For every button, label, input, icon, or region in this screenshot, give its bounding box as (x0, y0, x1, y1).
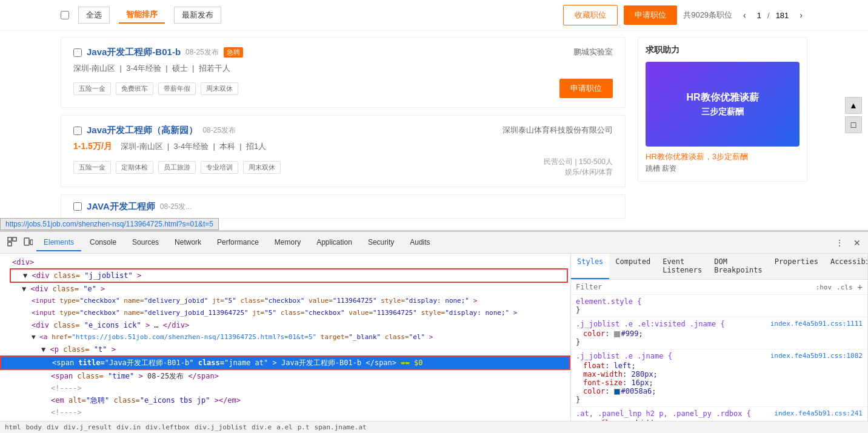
styles-filter-input[interactable] (576, 283, 811, 291)
css-prop-fontsize: font-size: 16px; (576, 378, 863, 387)
devtools-tab-elements[interactable]: Elements (36, 234, 81, 251)
devtools-tab-memory[interactable]: Memory (267, 234, 308, 251)
btn-latest[interactable]: 最新发布 (174, 7, 221, 24)
css-rule-visited-jname: .j_joblist .e .el:visited .jname { index… (571, 317, 867, 349)
job2-company[interactable]: 深圳泰山体育科技股份有限公司 (502, 125, 613, 136)
styles-tab-properties[interactable]: Properties (769, 254, 824, 279)
j2-tag-4: 周末双休 (243, 161, 281, 174)
styles-tab-accessibility[interactable]: Accessibility (824, 254, 868, 279)
dom-line-input1[interactable]: <input type="checkbox" name="delivery_jo… (0, 295, 570, 307)
devtools-tab-application[interactable]: Application (309, 234, 359, 251)
breadcrumb-span-jname[interactable]: span.jname.at (315, 423, 367, 431)
devtools-tab-security[interactable]: Security (361, 234, 401, 251)
inspect-element-btn[interactable] (5, 234, 19, 251)
styles-tab-styles[interactable]: Styles (571, 254, 609, 279)
job3-checkbox[interactable] (73, 202, 82, 211)
sidebar-link2[interactable]: 跳槽 薪资 (646, 164, 800, 174)
dom-line-div-e[interactable]: ▼ <div class= "e" > (0, 283, 570, 295)
scroll-buttons: ▲ □ (845, 97, 862, 133)
dom-line-div[interactable]: <div> (0, 256, 570, 268)
breadcrumb-div-jresult[interactable]: div.j_result (64, 423, 112, 431)
job1-apply-btn[interactable]: 申请职位 (559, 79, 613, 98)
job-card-2: Java开发工程师（高新园） 08-25发布 深圳泰山体育科技股份有限公司 1-… (61, 115, 626, 187)
apply-btn[interactable]: 申请职位 (624, 5, 677, 25)
job3-title[interactable]: JAVA开发工程师 (87, 201, 155, 213)
styles-tab-event-listeners[interactable]: Event Listeners (656, 254, 708, 279)
breadcrumb-div-jjoblist[interactable]: div.j_joblist (195, 423, 247, 431)
breadcrumb-div-leftbox[interactable]: div.leftbox (145, 423, 190, 431)
breadcrumb-div-in[interactable]: div.in (116, 423, 141, 431)
svg-rect-1 (8, 242, 12, 246)
j2-tag-1: 定期体检 (116, 161, 153, 174)
devtools-close-btn[interactable]: ✕ (851, 236, 863, 250)
breadcrumb-div-e[interactable]: div.e (252, 423, 272, 431)
select-all-checkbox[interactable] (61, 11, 69, 19)
dom-line-input2[interactable]: <input type="checkbox" name="delivery_jo… (0, 307, 570, 319)
job1-headcount: 招若干人 (199, 64, 230, 73)
css-prop-color-visited: color: #999; (576, 329, 863, 338)
devtools-tab-console[interactable]: Console (82, 234, 124, 251)
job1-company[interactable]: 鹏城实验室 (573, 47, 613, 58)
color-swatch-999[interactable] (614, 331, 620, 337)
filter-cls-btn[interactable]: .cls (836, 283, 853, 291)
dom-line-a[interactable]: ▼ <a href="https://jobs.51job.com/shenzh… (0, 331, 570, 343)
breadcrumb-a-el[interactable]: a.el (276, 423, 293, 431)
dom-line-div-icons[interactable]: <div class= "e_icons ick" > … </div> (0, 319, 570, 331)
styles-tab-dom-breakpoints[interactable]: DOM Breakpoints (708, 254, 768, 279)
breadcrumb-p-t[interactable]: p.t (298, 423, 310, 431)
page-current: 1 (757, 11, 761, 20)
scroll-comment-btn[interactable]: □ (845, 116, 862, 133)
devtools-more-btn[interactable]: ⋮ (833, 236, 846, 250)
devtools-tab-audits[interactable]: Audits (402, 234, 437, 251)
btn-all[interactable]: 全选 (78, 7, 110, 24)
tag-3: 周末双休 (201, 82, 238, 95)
job-list-main: Java开发工程师-B01-b 08-25发布 急聘 鹏城实验室 深圳-南山区 … (61, 37, 626, 230)
job1-tags: 五险一金 免费班车 带薪年假 周末双休 (73, 82, 238, 95)
breadcrumb-div[interactable]: div (47, 423, 59, 431)
prev-page[interactable]: ‹ (738, 8, 751, 22)
url-status-bar: https://jobs.51job.com/shenzhen-nsq/1139… (0, 218, 219, 230)
devtools-tab-sources[interactable]: Sources (125, 234, 166, 251)
dom-line-comment2[interactable]: <!----> (0, 406, 570, 418)
job2-info: 1-1.5万/月 深圳-南山区 | 3-4年经验 | 本科 | 招1人 (73, 141, 613, 152)
job1-location: 深圳-南山区 (73, 64, 115, 73)
devtools-tab-network[interactable]: Network (167, 234, 209, 251)
sidebar-link1[interactable]: HR教你优雅谈薪，3步定薪酬 (646, 151, 800, 162)
dom-line-p-t[interactable]: ▼ <p class= "t" > (0, 343, 570, 355)
dom-panel[interactable]: <div> ▼ <div class= "j_joblist" > ▼ <div… (0, 254, 571, 421)
tag-2: 带薪年假 (158, 82, 196, 95)
styles-tab-computed[interactable]: Computed (609, 254, 656, 279)
job2-experience: 3-4年经验 (173, 142, 209, 151)
dom-line-comment1[interactable]: <!----> (0, 382, 570, 394)
filter-hov-btn[interactable]: :hov (816, 283, 832, 291)
job2-checkbox[interactable] (73, 127, 82, 135)
j2-tag-3: 专业培训 (201, 161, 238, 174)
page-content: 全选 智能排序 最新发布 收藏职位 申请职位 共9029条职位 ‹ 1 / 18… (0, 0, 868, 230)
device-toggle-btn[interactable] (21, 234, 35, 251)
scroll-up-btn[interactable]: ▲ (845, 97, 862, 114)
svg-rect-2 (13, 237, 16, 241)
breadcrumb-body[interactable]: body (26, 423, 42, 431)
job1-education: 硕士 (172, 64, 188, 73)
color-swatch-0058a6[interactable] (614, 389, 620, 395)
css-rule-element-style: element.style { } (571, 295, 867, 317)
job2-footer: 五险一金 定期体检 员工旅游 专业培训 周末双休 民营公司 | 150-500人… (73, 157, 613, 177)
btn-smart[interactable]: 智能排序 (119, 7, 165, 24)
filter-add-btn[interactable]: + (858, 282, 863, 292)
j2-tag-2: 员工旅游 (158, 161, 196, 174)
job2-title[interactable]: Java开发工程师（高新园） (87, 125, 198, 136)
next-page[interactable]: › (795, 8, 807, 22)
job1-checkbox[interactable] (73, 48, 82, 57)
sidebar-banner[interactable]: HR教你优雅谈薪 三步定薪酬 (646, 62, 800, 147)
dom-line-span-time[interactable]: <span class= "time" > 08-25发布 </span> (0, 370, 570, 382)
total-jobs: 共9029条职位 (683, 10, 732, 21)
sidebar-box: 求职助力 HR教你优雅谈薪 三步定薪酬 HR教你优雅谈薪，3步定薪酬 跳槽 薪资 (638, 37, 807, 182)
dom-line-j_joblist[interactable]: ▼ <div class= "j_joblist" > (10, 268, 568, 283)
collect-btn[interactable]: 收藏职位 (563, 5, 618, 25)
dom-line-span-selected[interactable]: <span title="Java开发工程师-B01-b" class="jna… (0, 355, 570, 370)
job1-title[interactable]: Java开发工程师-B01-b (87, 47, 181, 58)
breadcrumb-html[interactable]: html (5, 423, 21, 431)
devtools-tab-performance[interactable]: Performance (210, 234, 266, 251)
dom-line-em[interactable]: <em alt="急聘" class="e_icons tbs jp" ></e… (0, 394, 570, 406)
job-list-area: Java开发工程师-B01-b 08-25发布 急聘 鹏城实验室 深圳-南山区 … (0, 31, 868, 230)
